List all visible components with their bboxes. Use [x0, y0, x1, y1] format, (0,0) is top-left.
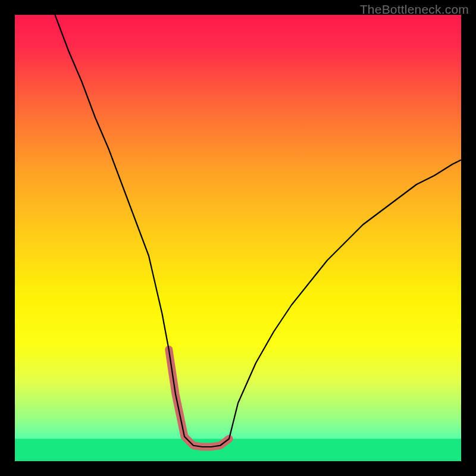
green-band — [15, 439, 461, 462]
chart-frame: TheBottleneck.com — [0, 0, 476, 476]
bottleneck-chart — [15, 15, 461, 461]
watermark-text: TheBottleneck.com — [360, 2, 469, 17]
